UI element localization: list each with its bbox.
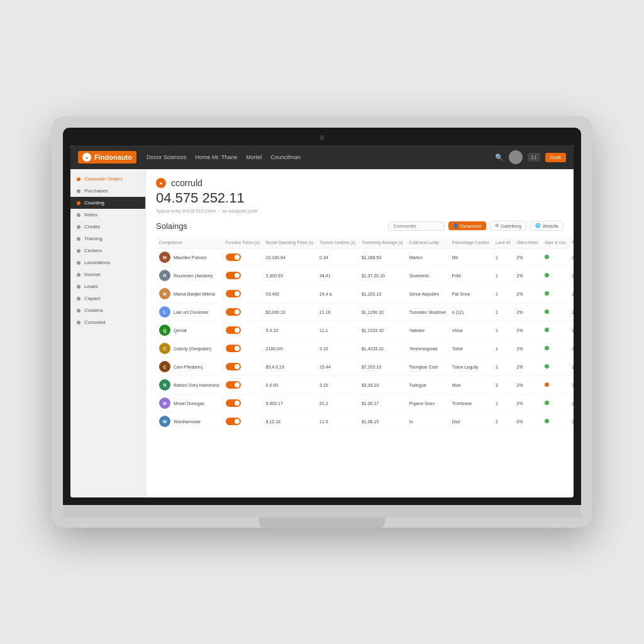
cell-toggle[interactable] (223, 376, 263, 394)
notification-count[interactable]: 11 (528, 153, 540, 162)
search-icon[interactable]: 🔍 (495, 153, 504, 162)
sidebar-item-counting[interactable]: Counting (70, 197, 145, 209)
sidebar-item-contens[interactable]: Contens (70, 304, 145, 316)
cell-v5: Mir (449, 248, 492, 267)
col-transitivity: Transitivity Average (s) (358, 237, 406, 248)
nav-link-2[interactable]: Home Mr. Thane (195, 154, 237, 160)
toggle-switch[interactable] (226, 272, 241, 279)
cell-toggle[interactable] (223, 394, 263, 413)
cell-v7: 2% (514, 267, 541, 285)
table-controls: Solaings 👤 Dynamicist ⚙ Gutenberg (156, 221, 564, 231)
sidebar-label: Purchases (84, 188, 108, 194)
cell-v1: $3,4.0.19 (263, 358, 317, 376)
cell-v6: 2 (492, 376, 514, 394)
dynamicist-icon: 👤 (453, 223, 458, 228)
laptop-stand (259, 518, 385, 528)
sidebar: Customer Orders Purchases Counting (70, 169, 146, 497)
draft-button[interactable]: Draft (545, 153, 566, 162)
sidebar-item-consoled[interactable]: Consoled (70, 316, 145, 328)
main-content: Customer Orders Purchases Counting (70, 169, 574, 497)
contact-name: Wunthansmer (174, 419, 201, 424)
cell-pct: 2.1% (569, 248, 574, 267)
cell-toggle[interactable] (223, 285, 263, 303)
toggle-switch[interactable] (226, 381, 241, 389)
laptop-container: ● Findonauto Donor Sciences Home Mr. Tha… (52, 116, 592, 528)
sidebar-item-credits[interactable]: Credits (70, 221, 145, 233)
website-button[interactable]: 🌐 Website (530, 221, 564, 231)
cell-v7: 0% (514, 413, 541, 431)
nav-link-4[interactable]: Councilman (270, 154, 301, 160)
sidebar-item-training[interactable]: Training (70, 233, 145, 245)
cell-status (541, 248, 569, 267)
status-indicator (545, 419, 549, 423)
cell-toggle[interactable] (223, 321, 263, 340)
toggle-switch[interactable] (226, 308, 241, 316)
contact-name: Cobrrly (Oenpuber) (174, 347, 211, 351)
table-row: M Maroa Banjlet Milend 03.400 24.4 a $1,… (156, 285, 574, 303)
toggle-switch[interactable] (226, 326, 241, 334)
sidebar-item-centers[interactable]: Centers (70, 245, 145, 257)
toggle-switch[interactable] (226, 363, 241, 370)
cell-toggle[interactable] (223, 413, 263, 431)
cell-pct: 2.1% (569, 321, 574, 340)
nav-link-3[interactable]: Mortel (246, 154, 262, 160)
cell-name: M Mneel Dunugas (156, 394, 223, 413)
sidebar-item-lavorations[interactable]: Lavorations (70, 257, 145, 269)
cell-v6: 1 (492, 358, 514, 376)
contact-name: Maurilee Poboes (174, 255, 207, 260)
sidebar-label: Contens (84, 308, 103, 313)
contact-avatar: Q (159, 325, 170, 336)
toggle-switch[interactable] (226, 290, 241, 297)
contact-avatar: M (159, 252, 170, 263)
cell-v7: 2% (514, 285, 541, 303)
header-row: Competence Functive Tutors (s) Munal Ope… (156, 237, 574, 248)
toggle-switch[interactable] (226, 345, 241, 352)
cell-v2: 0.34 (316, 248, 358, 267)
page-title-row: ● ccorruld (156, 178, 564, 188)
sidebar-item-customer-orders[interactable]: Customer Orders (70, 173, 145, 185)
nav-logo[interactable]: ● Findonauto (78, 151, 136, 164)
cell-toggle[interactable] (223, 248, 263, 267)
cell-v3: $1,1223.10 (358, 321, 406, 340)
toggle-switch[interactable] (226, 253, 241, 261)
search-input[interactable] (388, 221, 445, 231)
cell-toggle[interactable] (223, 340, 263, 358)
nav-link-1[interactable]: Donor Sciences (147, 154, 187, 160)
cell-v3: $1,1290.10 (358, 303, 406, 321)
cell-v3: $7,203.19 (358, 358, 406, 376)
cell-toggle[interactable] (223, 358, 263, 376)
sidebar-item-purchases[interactable]: Purchases (70, 185, 145, 197)
cell-status (541, 376, 569, 394)
cell-v2: 51.2 (316, 394, 358, 413)
sidebar-item-leads[interactable]: Leads (70, 280, 145, 292)
col-competence: Competence (156, 237, 223, 248)
sidebar-item-notes[interactable]: Notes (70, 209, 145, 221)
cell-v7: 2% (514, 303, 541, 321)
contact-name: Ration! Dory Hemmons (174, 383, 219, 387)
sidebar-label: Training (84, 236, 103, 242)
sidebar-item-capact[interactable]: Capact (70, 292, 145, 304)
cell-v5: Pat Snoe (449, 285, 492, 303)
cell-v4: Yaltslee (406, 321, 449, 340)
cell-v1: 2180.0/0 (263, 340, 317, 358)
toggle-switch[interactable] (226, 399, 241, 407)
cell-v2: 11.1 (316, 321, 358, 340)
sidebar-item-donner[interactable]: Donner (70, 269, 145, 280)
cell-v5: Trontsone (449, 394, 492, 413)
app-container: ● Findonauto Donor Sciences Home Mr. Tha… (70, 145, 574, 497)
cell-status (541, 321, 569, 340)
cell-status (541, 413, 569, 431)
toggle-switch[interactable] (226, 418, 241, 425)
cell-toggle[interactable] (223, 267, 263, 285)
cell-v2: 3.15 (316, 340, 358, 358)
cell-name: Q Qerval (156, 321, 223, 340)
cell-pct: 2.7% (569, 394, 574, 413)
data-table: Competence Functive Tutors (s) Munal Ope… (156, 237, 574, 431)
cell-pct: 2.1% (569, 358, 574, 376)
cell-v4: Marion (406, 248, 449, 267)
gutenberg-button[interactable]: ⚙ Gutenberg (490, 221, 526, 231)
cell-v4: Sluertents (406, 267, 449, 285)
cell-toggle[interactable] (223, 303, 263, 321)
nav-avatar[interactable] (509, 150, 523, 164)
dynamicist-button[interactable]: 👤 Dynamicist (448, 221, 486, 230)
